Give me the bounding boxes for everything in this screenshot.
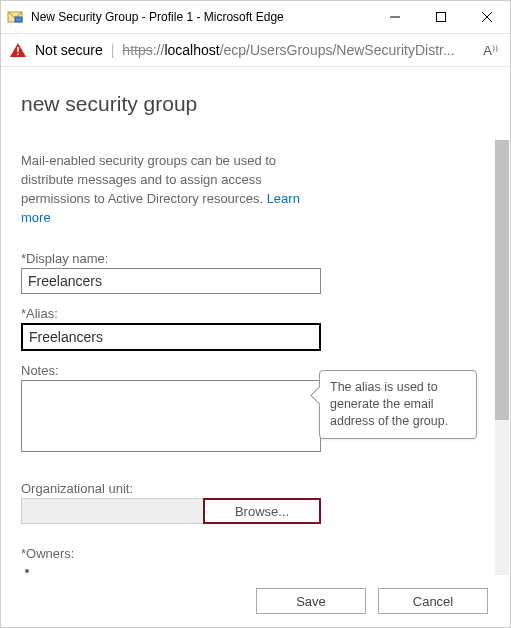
notes-input[interactable] bbox=[21, 380, 321, 452]
display-name-input[interactable] bbox=[21, 268, 321, 294]
not-secure-icon[interactable] bbox=[9, 41, 27, 59]
cancel-button[interactable]: Cancel bbox=[378, 588, 488, 614]
url-path: /ecp/UsersGroups/NewSecurityDistr... bbox=[220, 42, 455, 58]
address-bar: Not secure | https://localhost/ecp/Users… bbox=[1, 33, 510, 67]
intro-body: Mail-enabled security groups can be used… bbox=[21, 153, 276, 206]
window-title: New Security Group - Profile 1 - Microso… bbox=[31, 10, 372, 24]
read-aloud-button[interactable]: A⁾⁾ bbox=[479, 43, 502, 58]
url-display[interactable]: https://localhost/ecp/UsersGroups/NewSec… bbox=[122, 42, 471, 58]
maximize-button[interactable] bbox=[418, 1, 464, 33]
browse-button[interactable]: Browse... bbox=[203, 498, 321, 524]
ou-row: Organizational unit: Browse... bbox=[21, 481, 484, 524]
page-title: new security group bbox=[21, 92, 484, 116]
content-viewport: new security group Mail-enabled security… bbox=[1, 68, 510, 575]
alias-tooltip: The alias is used to generate the email … bbox=[319, 370, 477, 439]
url-scheme: https bbox=[122, 42, 152, 58]
not-secure-label[interactable]: Not secure bbox=[35, 42, 103, 58]
alias-input[interactable] bbox=[21, 323, 321, 351]
svg-rect-8 bbox=[17, 54, 19, 56]
dialog-footer: Save Cancel bbox=[1, 575, 510, 627]
ou-label: Organizational unit: bbox=[21, 481, 484, 496]
url-host: localhost bbox=[164, 42, 219, 58]
ou-container: Browse... bbox=[21, 498, 321, 524]
intro-text: Mail-enabled security groups can be used… bbox=[21, 152, 331, 227]
owners-label: *Owners: bbox=[21, 546, 484, 561]
minimize-button[interactable] bbox=[372, 1, 418, 33]
alias-row: *Alias: bbox=[21, 306, 484, 351]
owners-list-item bbox=[39, 563, 484, 569]
save-button[interactable]: Save bbox=[256, 588, 366, 614]
window-controls bbox=[372, 1, 510, 33]
scrollbar-thumb[interactable] bbox=[495, 140, 509, 420]
svg-rect-7 bbox=[17, 47, 19, 52]
address-separator: | bbox=[111, 42, 115, 58]
content-scrollable: new security group Mail-enabled security… bbox=[1, 68, 494, 575]
close-button[interactable] bbox=[464, 1, 510, 33]
app-icon bbox=[7, 9, 23, 25]
svg-rect-1 bbox=[15, 17, 22, 22]
scrollbar-track[interactable] bbox=[495, 140, 509, 575]
display-name-label: *Display name: bbox=[21, 251, 484, 266]
owners-list bbox=[21, 563, 484, 569]
alias-label: *Alias: bbox=[21, 306, 484, 321]
window-titlebar: New Security Group - Profile 1 - Microso… bbox=[1, 1, 510, 33]
url-sep: :// bbox=[153, 42, 165, 58]
display-name-row: *Display name: bbox=[21, 251, 484, 294]
owners-row: *Owners: bbox=[21, 546, 484, 569]
ou-display bbox=[21, 498, 203, 524]
svg-rect-3 bbox=[437, 13, 446, 22]
